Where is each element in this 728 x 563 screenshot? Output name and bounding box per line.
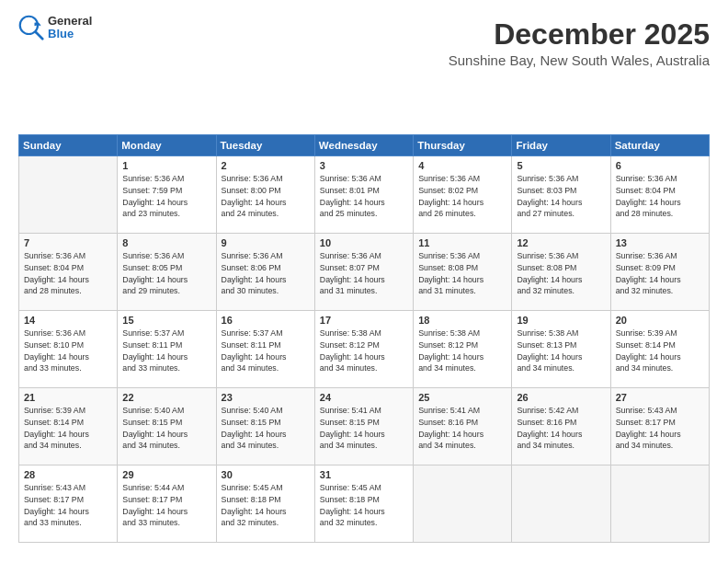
daylight-hours-text: Daylight: 14 hours bbox=[320, 506, 408, 518]
daylight-minutes-text: and 34 minutes. bbox=[320, 362, 408, 374]
calendar-day-cell: 31Sunrise: 5:45 AMSunset: 8:18 PMDayligh… bbox=[314, 465, 413, 543]
calendar-week-row: 14Sunrise: 5:36 AMSunset: 8:10 PMDayligh… bbox=[19, 311, 710, 388]
sunrise-text: Sunrise: 5:36 AM bbox=[222, 250, 310, 262]
daylight-hours-text: Daylight: 14 hours bbox=[616, 274, 704, 286]
daylight-hours-text: Daylight: 14 hours bbox=[418, 274, 506, 286]
sunrise-text: Sunrise: 5:38 AM bbox=[418, 327, 506, 339]
daylight-minutes-text: and 34 minutes. bbox=[517, 440, 605, 452]
sunset-text: Sunset: 8:08 PM bbox=[517, 262, 605, 274]
daylight-hours-text: Daylight: 14 hours bbox=[122, 197, 210, 209]
day-info: Sunrise: 5:36 AMSunset: 8:03 PMDaylight:… bbox=[517, 173, 605, 220]
calendar-day-cell: 8Sunrise: 5:36 AMSunset: 8:05 PMDaylight… bbox=[118, 234, 216, 311]
sunset-text: Sunset: 7:59 PM bbox=[122, 185, 210, 197]
day-number: 15 bbox=[122, 315, 210, 326]
daylight-hours-text: Daylight: 14 hours bbox=[222, 351, 310, 363]
day-number: 22 bbox=[122, 392, 210, 403]
sunrise-text: Sunrise: 5:41 AM bbox=[320, 405, 408, 417]
day-number: 29 bbox=[122, 469, 210, 480]
weekday-header-cell: Sunday bbox=[19, 135, 118, 156]
daylight-hours-text: Daylight: 14 hours bbox=[517, 274, 605, 286]
weekday-header-cell: Wednesday bbox=[314, 135, 413, 156]
day-number: 5 bbox=[517, 160, 605, 171]
daylight-hours-text: Daylight: 14 hours bbox=[418, 351, 506, 363]
day-number: 30 bbox=[222, 469, 310, 480]
sunset-text: Sunset: 8:13 PM bbox=[517, 339, 605, 351]
daylight-minutes-text: and 34 minutes. bbox=[418, 362, 506, 374]
calendar-table: SundayMondayTuesdayWednesdayThursdayFrid… bbox=[18, 134, 710, 543]
sunrise-text: Sunrise: 5:36 AM bbox=[24, 250, 112, 262]
day-info: Sunrise: 5:38 AMSunset: 8:12 PMDaylight:… bbox=[418, 327, 506, 374]
daylight-minutes-text: and 28 minutes. bbox=[24, 285, 112, 297]
daylight-minutes-text: and 23 minutes. bbox=[122, 208, 210, 220]
day-info: Sunrise: 5:36 AMSunset: 8:01 PMDaylight:… bbox=[320, 173, 408, 220]
sunrise-text: Sunrise: 5:36 AM bbox=[320, 250, 408, 262]
daylight-hours-text: Daylight: 14 hours bbox=[122, 351, 210, 363]
day-number: 24 bbox=[320, 392, 408, 403]
daylight-minutes-text: and 31 minutes. bbox=[320, 285, 408, 297]
sunrise-text: Sunrise: 5:36 AM bbox=[122, 173, 210, 185]
daylight-minutes-text: and 32 minutes. bbox=[616, 285, 704, 297]
calendar-week-row: 1Sunrise: 5:36 AMSunset: 7:59 PMDaylight… bbox=[19, 156, 710, 234]
day-info: Sunrise: 5:36 AMSunset: 8:00 PMDaylight:… bbox=[222, 173, 310, 220]
calendar-day-cell: 26Sunrise: 5:42 AMSunset: 8:16 PMDayligh… bbox=[512, 388, 610, 465]
day-number: 28 bbox=[24, 469, 112, 480]
daylight-hours-text: Daylight: 14 hours bbox=[616, 351, 704, 363]
daylight-minutes-text: and 32 minutes. bbox=[320, 517, 408, 529]
sunrise-text: Sunrise: 5:43 AM bbox=[616, 405, 704, 417]
day-info: Sunrise: 5:37 AMSunset: 8:11 PMDaylight:… bbox=[122, 327, 210, 374]
calendar-day-cell: 13Sunrise: 5:36 AMSunset: 8:09 PMDayligh… bbox=[610, 234, 709, 311]
month-title: December 2025 bbox=[18, 18, 710, 51]
sunset-text: Sunset: 8:17 PM bbox=[24, 494, 112, 506]
logo: General Blue bbox=[18, 15, 92, 41]
sunset-text: Sunset: 8:00 PM bbox=[222, 185, 310, 197]
daylight-hours-text: Daylight: 14 hours bbox=[418, 429, 506, 441]
weekday-header-row: SundayMondayTuesdayWednesdayThursdayFrid… bbox=[19, 135, 710, 156]
sunrise-text: Sunrise: 5:38 AM bbox=[320, 327, 408, 339]
sunrise-text: Sunrise: 5:45 AM bbox=[320, 482, 408, 494]
daylight-hours-text: Daylight: 14 hours bbox=[24, 429, 112, 441]
calendar-day-cell: 21Sunrise: 5:39 AMSunset: 8:14 PMDayligh… bbox=[19, 388, 118, 465]
calendar-day-cell: 4Sunrise: 5:36 AMSunset: 8:02 PMDaylight… bbox=[414, 156, 512, 234]
calendar-body: 1Sunrise: 5:36 AMSunset: 7:59 PMDaylight… bbox=[19, 156, 710, 543]
location-title: Sunshine Bay, New South Wales, Australia bbox=[18, 52, 710, 68]
daylight-hours-text: Daylight: 14 hours bbox=[517, 429, 605, 441]
day-info: Sunrise: 5:45 AMSunset: 8:18 PMDaylight:… bbox=[222, 482, 310, 529]
daylight-minutes-text: and 33 minutes. bbox=[24, 517, 112, 529]
daylight-minutes-text: and 33 minutes. bbox=[122, 362, 210, 374]
daylight-hours-text: Daylight: 14 hours bbox=[517, 351, 605, 363]
day-number: 9 bbox=[222, 237, 310, 248]
sunrise-text: Sunrise: 5:40 AM bbox=[222, 405, 310, 417]
daylight-hours-text: Daylight: 14 hours bbox=[517, 197, 605, 209]
calendar-day-cell: 27Sunrise: 5:43 AMSunset: 8:17 PMDayligh… bbox=[610, 388, 709, 465]
calendar-day-cell: 17Sunrise: 5:38 AMSunset: 8:12 PMDayligh… bbox=[314, 311, 413, 388]
day-info: Sunrise: 5:41 AMSunset: 8:15 PMDaylight:… bbox=[320, 405, 408, 452]
calendar: SundayMondayTuesdayWednesdayThursdayFrid… bbox=[18, 134, 710, 543]
calendar-day-cell: 22Sunrise: 5:40 AMSunset: 8:15 PMDayligh… bbox=[118, 388, 216, 465]
calendar-day-cell: 28Sunrise: 5:43 AMSunset: 8:17 PMDayligh… bbox=[19, 465, 118, 543]
day-info: Sunrise: 5:39 AMSunset: 8:14 PMDaylight:… bbox=[24, 405, 112, 452]
daylight-minutes-text: and 27 minutes. bbox=[517, 208, 605, 220]
daylight-minutes-text: and 32 minutes. bbox=[517, 285, 605, 297]
day-info: Sunrise: 5:45 AMSunset: 8:18 PMDaylight:… bbox=[320, 482, 408, 529]
sunset-text: Sunset: 8:17 PM bbox=[616, 417, 704, 429]
day-number: 26 bbox=[517, 392, 605, 403]
day-info: Sunrise: 5:40 AMSunset: 8:15 PMDaylight:… bbox=[122, 405, 210, 452]
sunset-text: Sunset: 8:03 PM bbox=[517, 185, 605, 197]
calendar-day-cell: 19Sunrise: 5:38 AMSunset: 8:13 PMDayligh… bbox=[512, 311, 610, 388]
day-number: 7 bbox=[24, 237, 112, 248]
day-info: Sunrise: 5:39 AMSunset: 8:14 PMDaylight:… bbox=[616, 327, 704, 374]
calendar-day-cell: 6Sunrise: 5:36 AMSunset: 8:04 PMDaylight… bbox=[610, 156, 709, 234]
daylight-minutes-text: and 34 minutes. bbox=[222, 440, 310, 452]
day-number: 6 bbox=[616, 160, 704, 171]
sunrise-text: Sunrise: 5:45 AM bbox=[222, 482, 310, 494]
day-info: Sunrise: 5:36 AMSunset: 8:04 PMDaylight:… bbox=[616, 173, 704, 220]
sunrise-text: Sunrise: 5:37 AM bbox=[122, 327, 210, 339]
daylight-minutes-text: and 33 minutes. bbox=[24, 362, 112, 374]
sunrise-text: Sunrise: 5:36 AM bbox=[616, 250, 704, 262]
sunset-text: Sunset: 8:12 PM bbox=[418, 339, 506, 351]
calendar-day-cell: 9Sunrise: 5:36 AMSunset: 8:06 PMDaylight… bbox=[216, 234, 314, 311]
sunrise-text: Sunrise: 5:36 AM bbox=[222, 173, 310, 185]
sunrise-text: Sunrise: 5:36 AM bbox=[517, 173, 605, 185]
sunrise-text: Sunrise: 5:36 AM bbox=[616, 173, 704, 185]
sunrise-text: Sunrise: 5:37 AM bbox=[222, 327, 310, 339]
